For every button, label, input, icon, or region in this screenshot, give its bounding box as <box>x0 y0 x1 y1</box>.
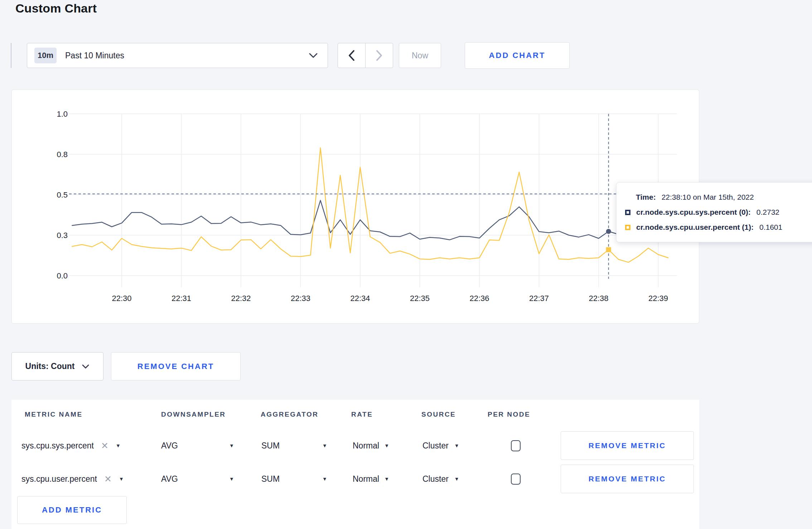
rate-value: Normal <box>353 474 379 484</box>
tooltip-series-row: cr.node.sys.cpu.sys.percent (0): 0.2732 <box>625 205 812 220</box>
user-series-swatch-icon <box>625 225 630 230</box>
aggregator-dropdown[interactable]: ▼ <box>322 463 327 495</box>
tooltip-time-row: Time: 22:38:10 on Mar 15th, 2022 <box>625 190 812 205</box>
add-metric-button[interactable]: ADD METRIC <box>17 496 127 524</box>
y-axis-label: 0.5 <box>57 190 68 199</box>
caret-down-icon: ▼ <box>384 443 389 448</box>
source-dropdown[interactable]: Cluster ▼ <box>422 463 459 495</box>
tooltip-series-row: cr.node.sys.cpu.user.percent (1): 0.1601 <box>625 220 812 235</box>
chevron-right-icon <box>375 49 383 62</box>
col-header-metric-name: METRIC NAME <box>25 411 83 418</box>
metric-name-value: sys.cpu.sys.percent <box>21 441 94 451</box>
downsampler-dropdown[interactable]: ▼ <box>229 429 234 462</box>
caret-down-icon: ▼ <box>454 476 459 481</box>
time-window-dropdown[interactable]: 10m Past 10 Minutes <box>27 43 328 68</box>
chevron-down-icon <box>308 52 318 59</box>
units-dropdown[interactable]: Units: Count <box>11 352 103 380</box>
source-dropdown[interactable]: Cluster ▼ <box>422 429 459 462</box>
aggregator-value: SUM <box>261 463 280 495</box>
x-axis-label: 22:37 <box>529 294 549 303</box>
tooltip-series-name: cr.node.sys.cpu.sys.percent (0): <box>636 208 751 217</box>
per-node-cell <box>511 463 521 495</box>
time-window-label: Past 10 Minutes <box>65 51 124 60</box>
hover-marker-square <box>606 247 611 252</box>
y-axis-label: 0.8 <box>57 150 68 159</box>
tooltip-time-value: 22:38:10 on Mar 15th, 2022 <box>662 193 754 202</box>
x-axis-label: 22:36 <box>469 294 489 303</box>
col-header-per-node: PER NODE <box>488 411 530 418</box>
chevron-left-icon <box>348 49 356 62</box>
per-node-checkbox[interactable] <box>511 440 521 451</box>
rate-value: Normal <box>353 441 379 451</box>
y-axis-label: 1.0 <box>57 110 68 118</box>
time-window-badge: 10m <box>34 48 57 63</box>
metric-name-value: sys.cpu.user.percent <box>21 474 97 484</box>
remove-metric-button[interactable]: REMOVE METRIC <box>561 431 694 460</box>
col-header-aggregator: AGGREGATOR <box>261 411 319 418</box>
timeseries-chart[interactable]: 0.00.30.50.81.022:3022:3122:3222:3322:34… <box>12 90 700 324</box>
chart-card: 0.00.30.50.81.022:3022:3122:3222:3322:34… <box>11 89 699 324</box>
aggregator-value: SUM <box>261 429 280 462</box>
source-value: Cluster <box>422 441 449 451</box>
downsampler-value: AVG <box>161 463 178 495</box>
now-button[interactable]: Now <box>399 43 441 68</box>
clear-metric-icon[interactable]: ✕ <box>104 475 112 484</box>
x-axis-label: 22:32 <box>231 294 251 303</box>
sys-series-swatch-icon <box>625 210 630 215</box>
tooltip-series-name: cr.node.sys.cpu.user.percent (1): <box>636 223 754 232</box>
per-node-checkbox[interactable] <box>511 474 521 485</box>
hover-marker-circle <box>606 229 611 234</box>
caret-down-icon: ▼ <box>119 476 124 481</box>
metric-row: sys.cpu.sys.percent ✕ ▼ AVG ▼ SUM ▼ Norm… <box>11 429 699 462</box>
metric-name-dropdown[interactable]: sys.cpu.sys.percent ✕ ▼ <box>21 429 121 462</box>
clear-metric-icon[interactable]: ✕ <box>101 441 108 450</box>
downsampler-dropdown[interactable]: ▼ <box>229 463 234 495</box>
units-label: Units: Count <box>25 361 75 371</box>
col-header-source: SOURCE <box>421 411 456 418</box>
chevron-down-icon <box>82 364 90 369</box>
col-header-rate: RATE <box>351 411 373 418</box>
time-forward-button[interactable] <box>366 43 393 68</box>
x-axis-label: 22:38 <box>589 294 608 303</box>
rate-dropdown[interactable]: Normal ▼ <box>353 463 389 495</box>
metric-row: sys.cpu.user.percent ✕ ▼ AVG ▼ SUM ▼ Nor… <box>11 463 699 495</box>
aggregator-dropdown[interactable]: ▼ <box>322 429 327 462</box>
x-axis-label: 22:39 <box>648 294 668 303</box>
x-axis-label: 22:35 <box>410 294 430 303</box>
caret-down-icon: ▼ <box>116 443 121 448</box>
remove-metric-button[interactable]: REMOVE METRIC <box>561 465 694 493</box>
x-axis-label: 22:34 <box>350 294 370 303</box>
x-axis-label: 22:33 <box>291 294 310 303</box>
caret-down-icon: ▼ <box>384 476 389 481</box>
tooltip-series-value: 0.1601 <box>759 223 782 232</box>
chart-tooltip: Time: 22:38:10 on Mar 15th, 2022 cr.node… <box>616 182 812 242</box>
x-axis-label: 22:31 <box>171 294 191 303</box>
custom-chart-page: Custom Chart 10m Past 10 Minutes Now ADD… <box>0 0 812 529</box>
toolbar-left-divider <box>11 43 11 68</box>
page-title: Custom Chart <box>15 1 97 15</box>
metric-name-dropdown[interactable]: sys.cpu.user.percent ✕ ▼ <box>21 463 124 495</box>
add-chart-button[interactable]: ADD CHART <box>465 42 570 69</box>
per-node-cell <box>511 429 521 462</box>
downsampler-value: AVG <box>161 429 178 462</box>
col-header-downsampler: DOWNSAMPLER <box>161 411 226 418</box>
rate-dropdown[interactable]: Normal ▼ <box>353 429 389 462</box>
series-line-1 <box>72 148 668 262</box>
time-pager <box>338 43 393 68</box>
y-axis-label: 0.0 <box>57 271 68 280</box>
caret-down-icon: ▼ <box>454 443 459 448</box>
source-value: Cluster <box>422 474 449 484</box>
remove-chart-button[interactable]: REMOVE CHART <box>111 352 241 380</box>
x-axis-label: 22:30 <box>112 294 131 303</box>
tooltip-series-value: 0.2732 <box>757 208 779 217</box>
time-back-button[interactable] <box>338 43 366 68</box>
tooltip-time-label: Time: <box>636 193 656 202</box>
y-axis-label: 0.3 <box>57 231 68 240</box>
